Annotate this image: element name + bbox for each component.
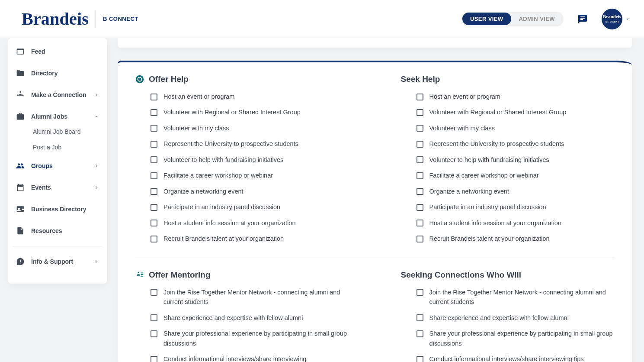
checkbox-icon[interactable] (417, 156, 423, 163)
checkbox-icon[interactable] (417, 356, 423, 362)
profile-menu[interactable]: Brandeis ALUMNI (591, 9, 630, 29)
previous-card-bottom (118, 38, 632, 48)
checkbox-label: Host an event or program (429, 92, 500, 101)
user-view-tab[interactable]: USER VIEW (462, 13, 511, 25)
checkbox-row-seek-help-3[interactable]: Represent the University to prospective … (417, 139, 615, 149)
sidebar-item-make-connection[interactable]: Make a Connection (10, 84, 105, 106)
checkbox-label: Volunteer with my class (163, 123, 229, 133)
checkbox-icon[interactable] (417, 172, 423, 179)
checkbox-row-offer-help-4[interactable]: Volunteer to help with fundraising initi… (151, 155, 349, 165)
sidebar-item-label: Events (31, 184, 51, 191)
checkbox-icon[interactable] (151, 204, 157, 211)
checkbox-label: Host a student info session at your orga… (163, 218, 295, 228)
sidebar-item-info-support[interactable]: Info & Support (10, 251, 105, 272)
checkbox-icon[interactable] (417, 204, 423, 211)
caret-down-icon (625, 16, 630, 22)
checkbox-row-offer-mentor-2[interactable]: Share your professional experience by pa… (151, 329, 349, 348)
checkbox-row-offer-help-6[interactable]: Organize a networking event (151, 187, 349, 196)
checkbox-row-offer-help-7[interactable]: Participate in an industry panel discuss… (151, 202, 349, 212)
checkbox-row-seek-help-9[interactable]: Recruit Brandeis talent at your organiza… (417, 234, 615, 243)
checkbox-label: Represent the University to prospective … (429, 139, 564, 149)
chevron-right-icon (93, 163, 99, 169)
checkbox-row-seek-help-1[interactable]: Volunteer with Regional or Shared Intere… (417, 107, 615, 117)
checkbox-icon[interactable] (151, 236, 157, 242)
checkbox-icon[interactable] (151, 289, 157, 296)
checkbox-row-offer-help-3[interactable]: Represent the University to prospective … (151, 139, 349, 149)
sidebar-item-feed[interactable]: Feed (10, 41, 105, 62)
checkbox-row-seek-help-7[interactable]: Participate in an industry panel discuss… (417, 202, 615, 212)
checkbox-icon[interactable] (151, 188, 157, 195)
checkbox-row-offer-help-1[interactable]: Volunteer with Regional or Shared Intere… (151, 107, 349, 117)
checkbox-row-seek-mentor-3[interactable]: Conduct informational interviews/share i… (417, 354, 615, 362)
checkbox-icon[interactable] (151, 109, 157, 116)
help-card: Offer Help Host an event or programVolun… (118, 61, 632, 362)
checkbox-label: Organize a networking event (429, 187, 509, 196)
checkbox-row-seek-help-8[interactable]: Host a student info session at your orga… (417, 218, 615, 228)
checkbox-icon[interactable] (151, 172, 157, 179)
sidebar-subitem-post-job[interactable]: Post a Job (29, 141, 105, 153)
checkbox-row-offer-mentor-3[interactable]: Conduct informational interviews/share i… (151, 354, 349, 362)
main-content: Offer Help Host an event or programVolun… (110, 38, 644, 362)
section-title: Seeking Connections Who Will (401, 270, 522, 280)
checkbox-row-offer-help-0[interactable]: Host an event or program (151, 92, 349, 101)
avatar: Brandeis ALUMNI (602, 9, 622, 29)
checkbox-icon[interactable] (151, 220, 157, 226)
connection-icon (16, 90, 25, 100)
checkbox-icon[interactable] (417, 141, 423, 148)
calendar-icon (16, 183, 25, 192)
checkbox-row-offer-help-9[interactable]: Recruit Brandeis talent at your organiza… (151, 234, 349, 243)
sidebar-item-events[interactable]: Events (10, 177, 105, 198)
checkbox-icon[interactable] (417, 236, 423, 242)
checkbox-row-offer-help-8[interactable]: Host a student info session at your orga… (151, 218, 349, 228)
sidebar-item-groups[interactable]: Groups (10, 155, 105, 177)
checkbox-row-seek-help-6[interactable]: Organize a networking event (417, 187, 615, 196)
sidebar-subitem-job-board[interactable]: Alumni Job Board (29, 126, 105, 138)
checkbox-label: Organize a networking event (163, 187, 244, 196)
checkbox-row-seek-mentor-1[interactable]: Share experience and expertise with fell… (417, 313, 615, 323)
checkbox-icon[interactable] (151, 141, 157, 148)
checkbox-label: Conduct informational interviews/share i… (163, 354, 306, 362)
chevron-right-icon (93, 259, 99, 265)
checkbox-row-seek-mentor-0[interactable]: Join the Rise Together Mentor Network - … (417, 288, 615, 307)
checkbox-icon[interactable] (417, 314, 423, 321)
checkbox-icon[interactable] (151, 330, 157, 337)
checkbox-icon[interactable] (417, 125, 423, 132)
sidebar-item-business-directory[interactable]: Business Directory (10, 198, 105, 220)
checkbox-row-seek-help-5[interactable]: Facilitate a career workshop or webinar (417, 171, 615, 180)
checkbox-row-offer-help-2[interactable]: Volunteer with my class (151, 123, 349, 133)
checkbox-row-seek-help-4[interactable]: Volunteer to help with fundraising initi… (417, 155, 615, 165)
offer-help-column: Offer Help Host an event or programVolun… (135, 74, 349, 244)
checkbox-icon[interactable] (417, 289, 423, 296)
checkbox-row-offer-mentor-1[interactable]: Share experience and expertise with fell… (151, 313, 349, 323)
sidebar-item-label: Resources (31, 227, 62, 234)
checkbox-icon[interactable] (151, 314, 157, 321)
checkbox-row-seek-mentor-2[interactable]: Share your professional experience by pa… (417, 329, 615, 348)
sidebar-item-label: Business Directory (31, 206, 87, 213)
chevron-right-icon (93, 92, 99, 98)
checkbox-row-offer-help-5[interactable]: Facilitate a career workshop or webinar (151, 171, 349, 180)
checkbox-icon[interactable] (417, 188, 423, 195)
checkbox-label: Facilitate a career workshop or webinar (429, 171, 539, 180)
messages-icon[interactable] (574, 10, 591, 28)
checkbox-label: Volunteer with my class (429, 123, 495, 133)
checkbox-icon[interactable] (417, 220, 423, 226)
checkbox-label: Participate in an industry panel discuss… (163, 202, 280, 212)
checkbox-icon[interactable] (151, 94, 157, 100)
checkbox-icon[interactable] (151, 156, 157, 163)
avatar-line2: ALUMNI (605, 20, 619, 23)
checkbox-row-seek-help-0[interactable]: Host an event or program (417, 92, 615, 101)
sidebar-item-directory[interactable]: Directory (10, 62, 105, 84)
sidebar-item-resources[interactable]: Resources (10, 220, 105, 242)
sidebar-item-alumni-jobs[interactable]: Alumni Jobs (10, 106, 105, 127)
checkbox-icon[interactable] (151, 356, 157, 362)
checkbox-icon[interactable] (417, 94, 423, 100)
checkbox-icon[interactable] (417, 330, 423, 337)
brand-subtitle: B CONNECT (103, 16, 138, 22)
checkbox-row-seek-help-2[interactable]: Volunteer with my class (417, 123, 615, 133)
checkbox-icon[interactable] (417, 109, 423, 116)
checkbox-icon[interactable] (151, 125, 157, 132)
sidebar-item-label: Feed (31, 48, 45, 55)
admin-view-tab[interactable]: ADMIN VIEW (511, 13, 563, 25)
checkbox-label: Share experience and expertise with fell… (163, 313, 303, 323)
checkbox-row-offer-mentor-0[interactable]: Join the Rise Together Mentor Network - … (151, 288, 349, 307)
